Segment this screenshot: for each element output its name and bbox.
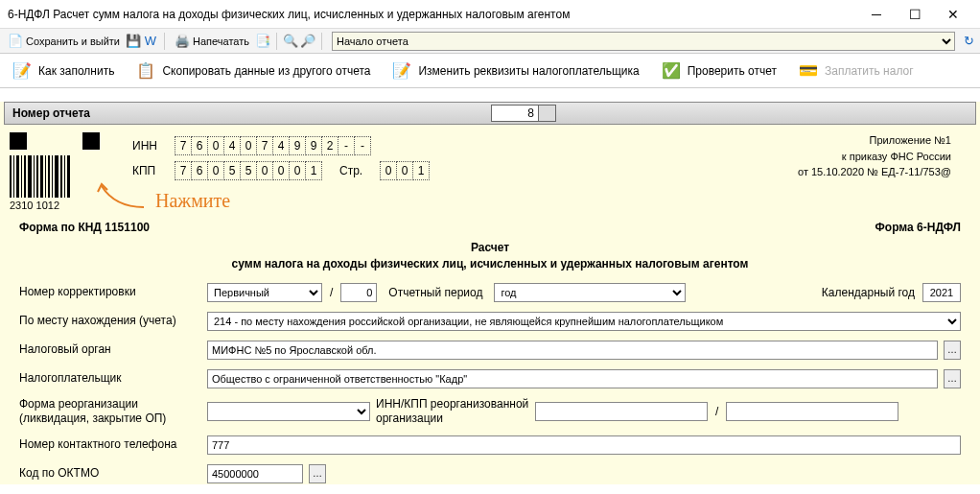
barcode-block: 2310 1012 [10,132,115,211]
save-exit-icon: 📄 [8,34,23,49]
place-select[interactable]: 214 - по месту нахождения российской орг… [207,312,961,331]
copy-doc-icon: 📋 [135,60,156,82]
close-button[interactable]: ✕ [934,1,972,28]
period-select[interactable]: год [494,283,686,302]
year-input[interactable] [922,283,961,302]
reorg-kpp-input[interactable] [726,402,898,421]
check-report-label: Проверить отчет [688,64,777,78]
save-exit-label: Сохранить и выйти [26,35,120,47]
save-exit-button[interactable]: 📄 Сохранить и выйти [4,32,124,51]
pay-icon: 💳 [798,60,819,82]
phone-label: Номер контактного телефона [19,437,207,453]
document-title: Расчет сумм налога на доходы физических … [0,240,980,282]
inn-label: ИНН [132,139,165,153]
report-number-input[interactable] [491,105,539,122]
check-doc-icon: ✅ [661,60,682,82]
oktmo-picker[interactable]: … [309,464,326,483]
separator [276,33,277,50]
place-label: По месту нахождения (учета) [19,314,207,329]
question-doc-icon: 📝 [12,60,33,82]
copy-data-button[interactable]: 📋 Скопировать данные из другого отчета [129,57,376,85]
check-report-button[interactable]: ✅ Проверить отчет [655,57,782,85]
page-cells: 001 [380,161,430,180]
oktmo-label: Код по ОКТМО [19,466,207,482]
how-fill-button[interactable]: 📝 Как заполнить [6,57,120,85]
correction-label: Номер корректировки [19,285,207,300]
correction-num-input[interactable] [340,283,377,302]
inn-cells[interactable]: 7604074992-- [175,136,371,155]
tax-authority-label: Налоговый орган [19,342,207,358]
print-label: Напечатать [193,35,249,47]
edit-requisites-label: Изменить реквизиты налогоплательщика [418,64,639,78]
page-label: Стр. [339,164,362,177]
pay-tax-button: 💳 Заплатить налог [792,57,920,85]
kpp-cells[interactable]: 760550001 [175,161,322,180]
how-fill-label: Как заполнить [38,64,114,78]
reorg-form-label: Форма реорганизации (ликвидация, закрыти… [19,397,207,427]
tax-authority-picker[interactable]: … [944,341,961,360]
correction-type-select[interactable]: Первичный [207,283,322,302]
print-button[interactable]: 🖨️ Напечатать [171,32,253,51]
edit-doc-icon: 📝 [391,60,412,82]
zoom-in-icon[interactable]: 🔍 [283,34,298,49]
refresh-icon[interactable]: ↻ [961,34,976,49]
zoom-out-icon[interactable]: 🔎 [300,34,315,49]
word-icon[interactable]: W [143,34,158,49]
taxpayer-picker[interactable]: … [944,369,961,388]
separator [321,33,322,50]
print-icon: 🖨️ [175,34,190,49]
taxpayer-input[interactable] [207,369,938,388]
copy-data-label: Скопировать данные из другого отчета [162,64,370,78]
form-knd-label: Форма по КНД 1151100 [19,221,150,234]
pay-tax-label: Заплатить налог [825,64,914,78]
appendix-info: Приложение №1 к приказу ФНС России от 15… [798,132,970,211]
reorg-inn-input[interactable] [535,402,708,421]
year-label: Календарный год [822,286,915,299]
period-start-select[interactable]: Начало отчета [332,32,955,51]
taxpayer-label: Налогоплательщик [19,371,207,387]
edit-requisites-button[interactable]: 📝 Изменить реквизиты налогоплательщика [385,57,644,85]
maximize-button[interactable]: ☐ [896,1,934,28]
phone-input[interactable] [207,435,961,455]
report-number-label: Номер отчета [5,106,98,120]
reorg-inn-kpp-label: ИНН/КПП реорганизованной организации [376,397,529,427]
tax-authority-input[interactable] [207,341,938,360]
report-number-spacer [539,105,556,122]
form-name-label: Форма 6-НДФЛ [875,221,961,234]
window-title: 6-НДФЛ Расчет сумм налога на доходы физи… [8,8,857,21]
kpp-label: КПП [132,164,165,177]
print-alt-icon[interactable]: 📑 [255,34,270,49]
reorg-form-select[interactable] [207,402,370,421]
separator [164,33,165,50]
barcode-number: 2310 1012 [10,200,115,211]
minimize-button[interactable]: ─ [857,1,896,28]
period-label: Отчетный период [388,286,482,299]
oktmo-input[interactable] [207,464,303,483]
save-icon[interactable]: 💾 [126,34,141,49]
